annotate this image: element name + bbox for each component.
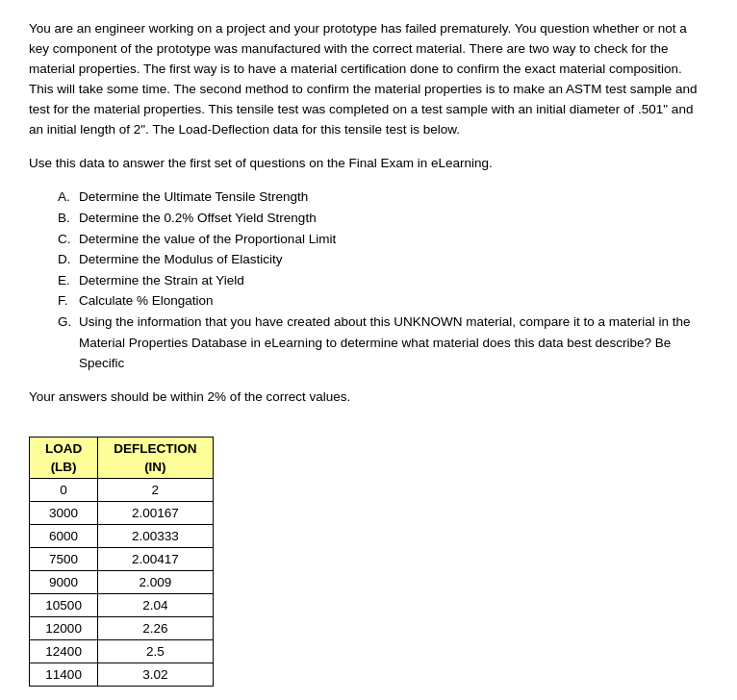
table-wrapper: LOAD DEFLECTION (LB) (IN) 0230002.001676…	[29, 437, 214, 687]
table-row: 120002.26	[30, 616, 214, 639]
deflection-cell: 2.26	[98, 616, 213, 639]
deflection-cell: 2.00333	[98, 524, 213, 547]
list-item: B. Determine the 0.2% Offset Yield Stren…	[58, 208, 708, 229]
deflection-header: DEFLECTION	[98, 437, 213, 458]
deflection-cell: 3.02	[98, 662, 213, 686]
deflection-cell: 2.04	[98, 593, 213, 616]
table-row: 75002.00417	[30, 547, 214, 570]
deflection-cell: 2.00417	[98, 547, 213, 570]
list-item: A. Determine the Ultimate Tensile Streng…	[58, 187, 708, 208]
deflection-cell: 2	[98, 478, 213, 501]
table-row: 30002.00167	[30, 501, 214, 524]
deflection-cell: 2.00167	[98, 501, 213, 524]
deflection-cell: 2.5	[98, 639, 213, 662]
table-row: 124002.5	[30, 639, 214, 662]
load-cell: 0	[30, 478, 98, 501]
task-list: A. Determine the Ultimate Tensile Streng…	[58, 187, 708, 373]
table-row: 60002.00333	[30, 524, 214, 547]
list-item: C. Determine the value of the Proportion…	[58, 229, 708, 250]
list-item: D. Determine the Modulus of Elasticity	[58, 249, 708, 270]
load-cell: 9000	[30, 570, 98, 593]
load-cell: 12400	[30, 639, 98, 662]
deflection-unit-header: (IN)	[98, 458, 213, 479]
load-cell: 11400	[30, 662, 98, 686]
table-row: 90002.009	[30, 570, 214, 593]
table-row: 02	[30, 478, 214, 501]
load-header: LOAD	[30, 437, 98, 458]
load-cell: 7500	[30, 547, 98, 570]
load-deflection-table: LOAD DEFLECTION (LB) (IN) 0230002.001676…	[29, 437, 214, 687]
answers-line: Your answers should be within 2% of the …	[29, 388, 708, 408]
load-cell: 12000	[30, 616, 98, 639]
table-row: 105002.04	[30, 593, 214, 616]
use-data-line: Use this data to answer the first set of…	[29, 154, 708, 174]
list-item: F. Calculate % Elongation	[58, 290, 708, 312]
load-cell: 3000	[30, 501, 98, 524]
list-item-g: G. Using the information that you have c…	[58, 312, 708, 374]
intro-paragraph: You are an engineer working on a project…	[29, 19, 708, 140]
list-item: E. Determine the Strain at Yield	[58, 270, 708, 291]
load-cell: 10500	[30, 593, 98, 616]
load-unit-header: (LB)	[30, 458, 98, 479]
load-cell: 6000	[30, 524, 98, 547]
deflection-cell: 2.009	[98, 570, 213, 593]
table-row: 114003.02	[30, 662, 214, 686]
